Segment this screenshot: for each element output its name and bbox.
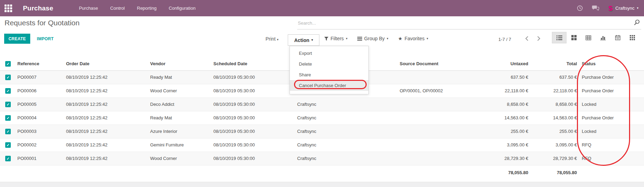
cell-scheduled-date[interactable]: 08/10/2019 05:30:00 — [212, 84, 296, 97]
cell-scheduled-date[interactable]: 08/10/2019 05:30:00 — [212, 97, 296, 111]
cell-reference[interactable]: PO00002 — [16, 138, 65, 152]
row-checkbox[interactable]: ✓ — [5, 102, 11, 107]
table-row-po00001[interactable]: ✓PO0000108/10/2019 12:25:42Wood Corner08… — [0, 152, 644, 165]
row-checkbox[interactable]: ✓ — [5, 115, 11, 121]
activity-view-button[interactable] — [625, 32, 639, 43]
cell-scheduled-date[interactable]: 08/10/2019 05:30:00 — [212, 138, 296, 152]
cell-untaxed[interactable]: 637.50 € — [477, 70, 530, 84]
select-all-checkbox[interactable]: ✓ — [5, 61, 11, 67]
search-input[interactable]: Search... — [297, 17, 641, 29]
cell-order-date[interactable]: 08/10/2019 12:25:42 — [65, 125, 149, 138]
graph-view-button[interactable] — [596, 32, 610, 43]
cell-untaxed[interactable]: 14,563.00 € — [477, 111, 530, 125]
cell-total[interactable]: 14,563.00 € — [530, 111, 579, 125]
action-dropdown-button[interactable]: Action ▾ — [288, 34, 319, 46]
cell-source-document[interactable] — [398, 125, 477, 138]
column-header-vendor[interactable]: Vendor — [149, 57, 212, 70]
column-header-order-date[interactable]: Order Date — [65, 57, 149, 70]
top-menu-reporting[interactable]: Reporting — [136, 4, 157, 12]
table-row-po00004[interactable]: ✓PO0000408/10/2019 12:25:42Ready Mat08/1… — [0, 111, 644, 125]
cell-order-date[interactable]: 08/10/2019 12:25:42 — [65, 111, 149, 125]
cell-status[interactable]: Purchase Order — [579, 111, 644, 125]
cell-total[interactable]: 637.50 € — [530, 70, 579, 84]
column-header-source-document[interactable]: Source Document — [398, 57, 477, 70]
cell-vendor[interactable]: Ready Mat — [149, 70, 212, 84]
cell-order-date[interactable]: 08/10/2019 12:25:42 — [65, 97, 149, 111]
cell-source-document[interactable]: OP/00001, OP/00002 — [398, 84, 477, 97]
cell-scheduled-date[interactable]: 08/10/2019 05:30:00 — [212, 152, 296, 165]
cell-status[interactable]: Purchase Order — [579, 84, 644, 97]
cell-untaxed[interactable]: 255.00 € — [477, 125, 530, 138]
table-row-po00002[interactable]: ✓PO0000208/10/2019 12:25:42Gemini Furnit… — [0, 138, 644, 152]
messages-chat-icon[interactable] — [592, 5, 599, 11]
cell-scheduled-date[interactable]: 08/10/2019 05:30:00 — [212, 111, 296, 125]
cell-total[interactable]: 8,658.00 € — [530, 97, 579, 111]
column-header-status[interactable]: Status — [579, 57, 644, 70]
cell-source-document[interactable] — [398, 152, 477, 165]
activities-clock-icon[interactable] — [577, 5, 583, 11]
cell-reference[interactable]: PO00003 — [16, 125, 65, 138]
cell-untaxed[interactable]: 8,658.00 € — [477, 97, 530, 111]
cell-untaxed[interactable]: 22,118.00 € — [477, 84, 530, 97]
row-checkbox[interactable]: ✓ — [5, 129, 11, 134]
menu-item-share[interactable]: Share — [290, 69, 368, 80]
apps-grid-icon[interactable] — [5, 5, 12, 12]
row-checkbox[interactable]: ✓ — [5, 156, 11, 161]
create-button[interactable]: CREATE — [4, 34, 30, 44]
cell-order-date[interactable]: 08/10/2019 12:25:42 — [65, 152, 149, 165]
cell-untaxed[interactable]: 28,729.30 € — [477, 152, 530, 165]
cell-reference[interactable]: PO00006 — [16, 84, 65, 97]
column-header-total[interactable]: Total — [530, 57, 579, 70]
cell-total[interactable]: 3,095.00 € — [530, 138, 579, 152]
print-dropdown-button[interactable]: Print ▾ — [266, 36, 278, 42]
column-header-reference[interactable]: Reference — [16, 57, 65, 70]
cell-scheduled-date[interactable]: 08/10/2019 05:30:00 — [212, 70, 296, 84]
cell-company[interactable]: Craftsync — [296, 97, 398, 111]
table-row-po00003[interactable]: ✓PO0000308/10/2019 12:25:42Azure Interio… — [0, 125, 644, 138]
menu-item-cancel-purchase-order[interactable]: Cancel Purchase Order — [290, 80, 368, 91]
cell-total[interactable]: 255.00 € — [530, 125, 579, 138]
kanban-view-button[interactable] — [566, 32, 581, 43]
cell-total[interactable]: 22,118.00 € — [530, 84, 579, 97]
cell-source-document[interactable] — [398, 138, 477, 152]
cell-vendor[interactable]: Ready Mat — [149, 111, 212, 125]
cell-total[interactable]: 28,729.30 € — [530, 152, 579, 165]
table-row-po00005[interactable]: ✓PO0000508/10/2019 12:25:42Deco Addict08… — [0, 97, 644, 111]
cell-vendor[interactable]: Deco Addict — [149, 97, 212, 111]
user-menu[interactable]: S Craftsync ▾ — [608, 5, 638, 12]
menu-item-export[interactable]: Export — [290, 48, 368, 59]
cell-status[interactable]: Locked — [579, 125, 644, 138]
pager-previous-button[interactable] — [525, 36, 529, 41]
cell-company[interactable]: Craftsync — [296, 111, 398, 125]
cell-reference[interactable]: PO00001 — [16, 152, 65, 165]
cell-company[interactable]: Craftsync — [296, 138, 398, 152]
cell-order-date[interactable]: 08/10/2019 12:25:42 — [65, 138, 149, 152]
filters-dropdown-button[interactable]: Filters ▾ — [324, 36, 348, 41]
cell-vendor[interactable]: Azure Interior — [149, 125, 212, 138]
top-menu-purchase[interactable]: Purchase — [78, 4, 99, 12]
cell-reference[interactable]: PO00007 — [16, 70, 65, 84]
cell-status[interactable]: RFQ — [579, 152, 644, 165]
import-button[interactable]: IMPORT — [35, 34, 56, 44]
top-menu-configuration[interactable]: Configuration — [168, 4, 196, 12]
cell-untaxed[interactable]: 3,095.00 € — [477, 138, 530, 152]
column-header-untaxed[interactable]: Untaxed — [477, 57, 530, 70]
top-menu-control[interactable]: Control — [109, 4, 125, 12]
cell-scheduled-date[interactable]: 08/10/2019 05:30:00 — [212, 125, 296, 138]
cell-source-document[interactable] — [398, 70, 477, 84]
cell-source-document[interactable] — [398, 97, 477, 111]
row-checkbox[interactable]: ✓ — [5, 88, 11, 94]
row-checkbox[interactable]: ✓ — [5, 75, 11, 80]
pivot-view-button[interactable] — [581, 32, 596, 43]
cell-status[interactable]: Locked — [579, 97, 644, 111]
cell-vendor[interactable]: Wood Corner — [149, 152, 212, 165]
pager-next-button[interactable] — [537, 36, 541, 41]
cell-reference[interactable]: PO00004 — [16, 111, 65, 125]
column-header-scheduled-date[interactable]: Scheduled Date — [212, 57, 296, 70]
search-icon[interactable] — [634, 19, 640, 25]
group-by-dropdown-button[interactable]: Group By ▾ — [357, 36, 389, 41]
favorites-dropdown-button[interactable]: ★ Favorites ▾ — [398, 36, 428, 41]
menu-item-delete[interactable]: Delete — [290, 59, 368, 69]
list-view-button[interactable] — [552, 32, 566, 43]
cell-vendor[interactable]: Wood Corner — [149, 84, 212, 97]
